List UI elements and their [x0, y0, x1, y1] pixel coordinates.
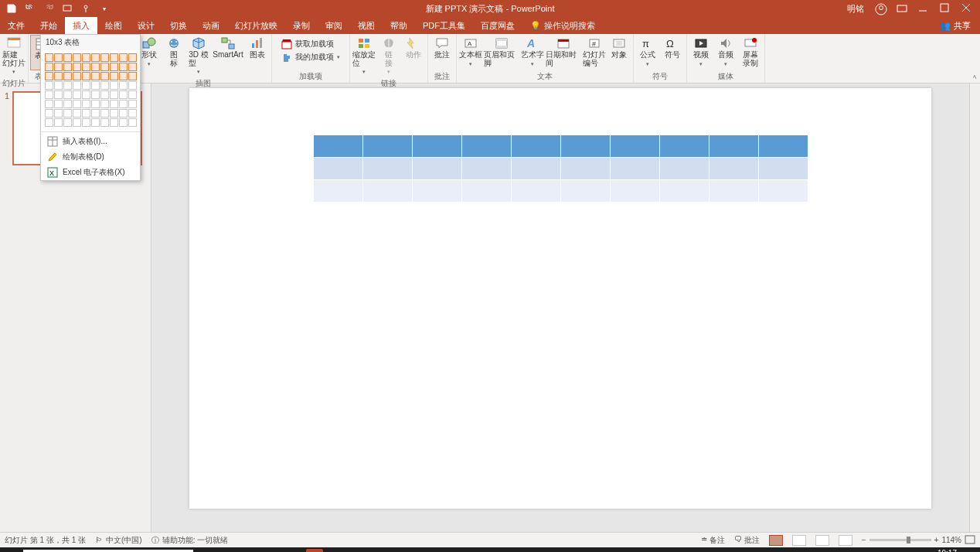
grid-cell[interactable]: [119, 81, 128, 90]
grid-cell[interactable]: [63, 118, 72, 127]
grid-cell[interactable]: [82, 90, 90, 99]
grid-cell[interactable]: [110, 109, 118, 118]
tab-record[interactable]: 录制: [285, 17, 318, 34]
textbox-button[interactable]: A文本框: [458, 35, 483, 69]
tab-file[interactable]: 文件: [0, 17, 32, 34]
grid-cell[interactable]: [128, 90, 137, 99]
redo-icon[interactable]: [43, 3, 54, 14]
3d-models-button[interactable]: 3D 模 型: [186, 35, 211, 77]
start-from-beginning-icon[interactable]: [62, 3, 73, 14]
grid-cell[interactable]: [91, 53, 100, 62]
audio-button[interactable]: 音频: [713, 35, 738, 69]
ribbon-display-icon[interactable]: [897, 3, 907, 14]
excel-spreadsheet-item[interactable]: XExcel 电子表格(X): [41, 165, 140, 180]
collapse-ribbon-icon[interactable]: ﾍ: [973, 73, 977, 81]
zoom-in-button[interactable]: +: [934, 536, 939, 544]
grid-cell[interactable]: [110, 90, 118, 99]
tab-draw[interactable]: 绘图: [97, 17, 130, 34]
grid-cell[interactable]: [54, 81, 63, 90]
maximize-icon[interactable]: [940, 3, 951, 14]
grid-cell[interactable]: [54, 109, 63, 118]
grid-cell[interactable]: [91, 63, 100, 71]
normal-view-button[interactable]: [769, 535, 783, 546]
tab-baidu[interactable]: 百度网盘: [473, 17, 522, 34]
equation-button[interactable]: π公式: [635, 35, 660, 69]
grid-cell[interactable]: [63, 90, 72, 99]
fit-to-window-button[interactable]: [965, 535, 975, 546]
grid-cell[interactable]: [54, 90, 63, 99]
grid-cell[interactable]: [100, 109, 109, 118]
grid-cell[interactable]: [119, 63, 128, 71]
symbol-button[interactable]: Ω符号: [660, 35, 685, 61]
comment-button[interactable]: 批注: [430, 35, 454, 61]
qat-more-icon[interactable]: ▾: [99, 3, 110, 14]
header-footer-button[interactable]: 页眉和页脚: [483, 35, 520, 69]
grid-cell[interactable]: [128, 118, 137, 127]
edge-icon[interactable]: [263, 549, 280, 552]
datetime-button[interactable]: 日期和时间: [545, 35, 582, 69]
new-slide-button[interactable]: 新建 幻灯片: [2, 35, 26, 77]
assistant-icon[interactable]: ●: [198, 549, 215, 552]
zoom-out-button[interactable]: −: [862, 536, 866, 544]
tab-view[interactable]: 视图: [350, 17, 383, 34]
grid-cell[interactable]: [119, 90, 128, 99]
grid-cell[interactable]: [73, 109, 81, 118]
touch-mode-icon[interactable]: [80, 3, 91, 14]
draw-table-item[interactable]: 绘制表格(D): [41, 149, 140, 165]
grid-cell[interactable]: [82, 100, 90, 108]
wordart-button[interactable]: A艺术字: [520, 35, 545, 69]
grid-cell[interactable]: [73, 63, 81, 71]
grid-cell[interactable]: [110, 81, 118, 90]
tab-design[interactable]: 设计: [130, 17, 162, 34]
grid-cell[interactable]: [73, 72, 81, 80]
grid-cell[interactable]: [91, 72, 100, 80]
grid-cell[interactable]: [128, 53, 137, 62]
grid-cell[interactable]: [100, 118, 109, 127]
grid-cell[interactable]: [63, 72, 72, 80]
zoom-slider[interactable]: [869, 539, 931, 541]
comments-button[interactable]: 🗨批注: [734, 535, 760, 546]
slide-number-button[interactable]: #幻灯片 编号: [582, 35, 607, 69]
zoom-percent[interactable]: 114%: [941, 536, 961, 544]
grid-cell[interactable]: [63, 63, 72, 71]
grid-cell[interactable]: [45, 53, 53, 62]
grid-cell[interactable]: [45, 109, 53, 118]
grid-cell[interactable]: [82, 53, 90, 62]
chart-button[interactable]: 图表: [245, 35, 270, 61]
share-button[interactable]: 👥共享: [931, 17, 980, 34]
notes-button[interactable]: ≐备注: [701, 535, 725, 546]
sorter-view-button[interactable]: [792, 535, 806, 546]
close-icon[interactable]: [961, 3, 972, 14]
grid-cell[interactable]: [73, 100, 81, 108]
grid-cell[interactable]: [110, 118, 118, 127]
language-indicator[interactable]: 🏳中文(中国): [95, 535, 142, 546]
save-icon[interactable]: [6, 3, 17, 14]
grid-cell[interactable]: [119, 100, 128, 108]
grid-cell[interactable]: [63, 109, 72, 118]
grid-cell[interactable]: [63, 81, 72, 90]
grid-cell[interactable]: [54, 118, 63, 127]
grid-cell[interactable]: [63, 53, 72, 62]
grid-cell[interactable]: [100, 81, 109, 90]
grid-cell[interactable]: [110, 72, 118, 80]
browser-icon[interactable]: [284, 549, 301, 552]
grid-cell[interactable]: [73, 118, 81, 127]
grid-cell[interactable]: [54, 63, 63, 71]
vertical-scrollbar[interactable]: [969, 83, 980, 532]
grid-cell[interactable]: [119, 118, 128, 127]
grid-cell[interactable]: [128, 109, 137, 118]
slide[interactable]: [189, 88, 931, 509]
grid-cell[interactable]: [91, 109, 100, 118]
powerpoint-icon[interactable]: P: [306, 549, 323, 552]
grid-cell[interactable]: [128, 100, 137, 108]
table-size-grid[interactable]: [41, 50, 140, 130]
grid-cell[interactable]: [91, 81, 100, 90]
tab-animations[interactable]: 动画: [195, 17, 227, 34]
grid-cell[interactable]: [82, 81, 90, 90]
tab-insert[interactable]: 插入: [65, 17, 97, 34]
tab-review[interactable]: 审阅: [318, 17, 350, 34]
grid-cell[interactable]: [91, 90, 100, 99]
grid-cell[interactable]: [91, 118, 100, 127]
grid-cell[interactable]: [45, 90, 53, 99]
grid-cell[interactable]: [119, 53, 128, 62]
